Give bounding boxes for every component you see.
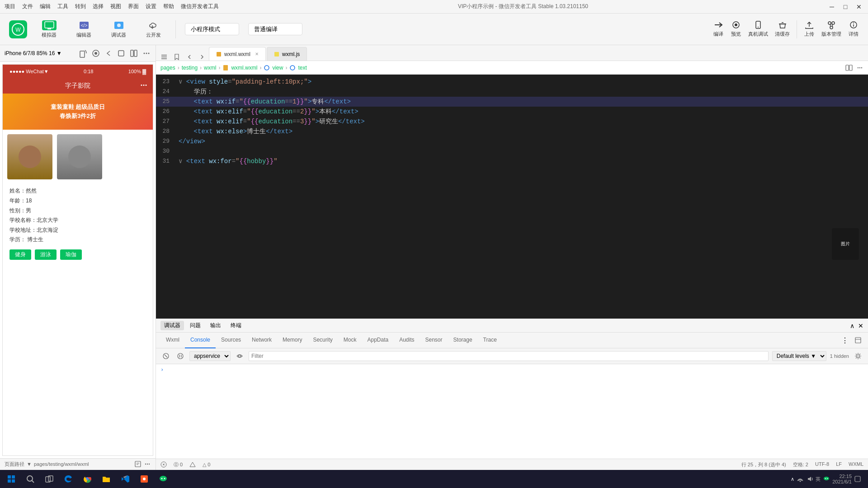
clear-cache-button[interactable]: 清缓存 <box>775 20 790 38</box>
split-editor-icon[interactable] <box>845 64 853 71</box>
phone-rotate-icon[interactable] <box>79 49 88 58</box>
taskbar-edge-icon[interactable] <box>59 470 77 488</box>
forward-icon[interactable] <box>198 53 206 61</box>
menu-select[interactable]: 选择 <box>93 3 104 10</box>
console-content[interactable]: › <box>156 364 868 459</box>
mode-select[interactable]: 小程序模式 <box>185 23 239 35</box>
taskbar-chrome-icon[interactable] <box>78 470 96 488</box>
devtools-tab-security[interactable]: Security <box>307 333 338 348</box>
code-line-28[interactable]: 28 <text wx:else>博士生</text> <box>156 127 868 136</box>
console-settings-icon[interactable] <box>853 351 863 361</box>
devtools-tab-actions[interactable]: ⋮ <box>840 335 863 346</box>
menu-file[interactable]: 文件 <box>22 3 33 10</box>
menu-wechat-tool[interactable]: 微信开发者工具 <box>181 3 219 10</box>
start-menu-button[interactable] <box>2 470 20 488</box>
appservice-select[interactable]: appservice <box>189 351 231 361</box>
hobby-tag-2[interactable]: 游泳 <box>35 249 57 260</box>
preview-button[interactable]: 预览 <box>731 20 741 38</box>
menu-help[interactable]: 帮助 <box>163 3 174 10</box>
taskbar-wechat-icon[interactable] <box>154 470 172 488</box>
devtools-tab-appdata[interactable]: AppData <box>362 333 394 348</box>
phone-more-menu-icon[interactable] <box>139 81 148 91</box>
language-indicator[interactable]: 英 <box>816 476 821 483</box>
code-line-23[interactable]: 23 ∨ <view style="padding-left:10px;"> <box>156 77 868 87</box>
menu-view[interactable]: 视图 <box>110 3 121 10</box>
breadcrumb-pages[interactable]: pages <box>160 65 175 71</box>
breadcrumb-wxml[interactable]: wxml <box>204 65 216 71</box>
code-line-25[interactable]: 25 <text wx:if="{{education==1}}">专科</te… <box>156 97 868 107</box>
more-tabs-icon[interactable] <box>856 64 863 71</box>
back-icon[interactable] <box>186 53 193 61</box>
inspect-icon[interactable] <box>134 460 142 468</box>
menu-interface[interactable]: 界面 <box>128 3 139 10</box>
devtools-collapse-icon[interactable]: ∧ <box>850 322 854 329</box>
breadcrumb-actions[interactable] <box>845 64 863 71</box>
simulator-button[interactable]: 模拟器 <box>36 18 62 41</box>
phone-more-icon[interactable] <box>142 49 151 58</box>
phone-split-icon[interactable] <box>129 49 138 58</box>
phone-home-icon[interactable] <box>117 49 126 58</box>
code-line-30[interactable]: 30 <box>156 146 868 156</box>
menu-goto[interactable]: 转到 <box>75 3 86 10</box>
devtools-debug-tab[interactable]: 调试器 <box>160 321 184 330</box>
menu-bar[interactable]: 项目 文件 编辑 工具 转到 选择 视图 界面 设置 帮助 微信开发者工具 <box>5 3 219 10</box>
devtools-issues-tab[interactable]: 问题 <box>186 321 204 330</box>
devtools-tab-console[interactable]: Console <box>185 333 216 348</box>
phone-toolbar-icons[interactable] <box>79 49 151 58</box>
compile-select[interactable]: 普通编译 <box>248 23 302 35</box>
phone-more-btn[interactable] <box>144 460 151 468</box>
breadcrumb-wxml-wxml[interactable]: wxml.wxml <box>231 65 257 71</box>
debugger-button[interactable]: 调试器 <box>106 18 132 41</box>
taskbar-search-icon[interactable] <box>21 470 39 488</box>
devtools-terminal-tab[interactable]: 终端 <box>227 321 245 330</box>
tab-wxml-wxml[interactable]: wxml.wxml ✕ <box>209 47 266 61</box>
taskbar-files-icon[interactable] <box>97 470 115 488</box>
hobby-tag-3[interactable]: 瑜伽 <box>60 249 82 260</box>
compile-button[interactable]: 编译 <box>713 20 724 38</box>
devtools-more-icon[interactable]: ⋮ <box>840 335 850 346</box>
eye-toggle-icon[interactable] <box>234 351 245 361</box>
cloud-button[interactable]: 云开发 <box>141 18 166 41</box>
devtools-tab-sensor[interactable]: Sensor <box>420 333 448 348</box>
menu-project[interactable]: 项目 <box>5 3 15 10</box>
devtools-tab-storage[interactable]: Storage <box>448 333 478 348</box>
code-line-24[interactable]: 24 学历： <box>156 87 868 97</box>
menu-edit[interactable]: 编辑 <box>40 3 51 10</box>
editor-button[interactable]: </> 编辑器 <box>71 18 97 41</box>
menu-settings[interactable]: 设置 <box>146 3 156 10</box>
console-input-line[interactable]: › <box>160 366 863 373</box>
devtools-tab-trace[interactable]: Trace <box>478 333 502 348</box>
bookmark-icon[interactable] <box>173 53 180 61</box>
devtools-dock-icon[interactable] <box>853 335 863 346</box>
tab-close-1[interactable]: ✕ <box>255 52 259 56</box>
devtools-output-tab[interactable]: 输出 <box>207 321 225 330</box>
devtools-tab-mock[interactable]: Mock <box>338 333 362 348</box>
breadcrumb-testing[interactable]: testing <box>182 65 198 71</box>
hobby-tag-1[interactable]: 健身 <box>9 249 31 260</box>
phone-back-icon[interactable] <box>104 49 113 58</box>
breadcrumb-view[interactable]: view <box>272 65 283 71</box>
notification-icon[interactable] <box>854 475 861 483</box>
devtools-panel-controls[interactable]: ∧ ✕ <box>850 322 863 329</box>
console-pause-btn[interactable] <box>175 351 186 361</box>
close-button[interactable]: ✕ <box>854 2 863 11</box>
devtools-tab-wxml[interactable]: Wxml <box>160 333 185 348</box>
tab-wxml-js[interactable]: wxml.js <box>267 47 307 61</box>
sidebar-toggle-icon[interactable] <box>160 53 168 61</box>
log-level-select[interactable]: Default levels ▼ <box>772 351 826 361</box>
upload-button[interactable]: 上传 <box>804 20 815 38</box>
taskbar-vscode-icon[interactable] <box>116 470 134 488</box>
console-filter-input[interactable] <box>249 351 769 361</box>
devtools-tab-memory[interactable]: Memory <box>277 333 307 348</box>
details-button[interactable]: 详情 <box>848 20 859 38</box>
menu-tool[interactable]: 工具 <box>57 3 68 10</box>
phone-record-icon[interactable] <box>91 49 100 58</box>
devtools-close-icon[interactable]: ✕ <box>858 322 863 329</box>
code-line-29[interactable]: 29 </view> <box>156 136 868 146</box>
console-clear-btn[interactable] <box>160 351 171 361</box>
code-content[interactable]: 23 ∨ <view style="padding-left:10px;"> 2… <box>156 75 868 319</box>
code-editor[interactable]: 23 ∨ <view style="padding-left:10px;"> 2… <box>156 75 868 319</box>
maximize-button[interactable]: □ <box>841 2 850 11</box>
code-line-26[interactable]: 26 <text wx:elif="{{education==2}}">本科</… <box>156 107 868 117</box>
devtools-tab-network[interactable]: Network <box>246 333 277 348</box>
